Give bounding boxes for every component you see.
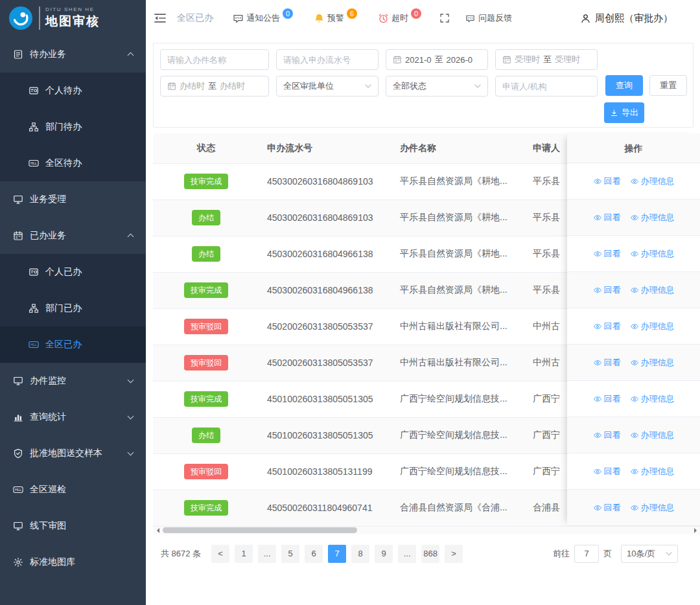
scroll-left-arrow[interactable] xyxy=(153,527,162,534)
page-button-5[interactable]: 5 xyxy=(281,545,299,563)
process-info-link[interactable]: 办理信息 xyxy=(630,284,675,296)
review-link[interactable]: 回看 xyxy=(593,284,621,296)
search-button[interactable]: 查询 xyxy=(605,75,643,96)
sidebar-item-label: 待办业务 xyxy=(30,49,66,60)
sidebar: DITU SHEN HE 地图审核 待办业务个人待办部门待办HLL全区待办业务受… xyxy=(0,0,146,605)
prev-page-button[interactable]: < xyxy=(211,545,229,563)
process-info-link[interactable]: 办理信息 xyxy=(630,502,675,514)
topbar-item-2[interactable]: 超时0 xyxy=(378,12,421,24)
review-link[interactable]: 回看 xyxy=(593,212,621,223)
logo-title: 地图审核 xyxy=(45,13,100,30)
sidebar-item-8[interactable]: HLL全区已办 xyxy=(0,326,146,363)
sidebar-item-label: 全区已办 xyxy=(45,339,82,350)
review-link[interactable]: 回看 xyxy=(593,393,621,405)
applicant-input[interactable] xyxy=(495,76,598,97)
page-button-1[interactable]: 1 xyxy=(235,545,253,563)
review-link[interactable]: 回看 xyxy=(593,502,621,514)
review-link[interactable]: 回看 xyxy=(593,321,621,332)
serial-cell: 450300260316804869103 xyxy=(259,200,392,236)
eye-icon xyxy=(593,322,602,331)
sidebar-item-1[interactable]: 个人待办 xyxy=(0,73,146,109)
finish-date-range[interactable]: 办结时 至 办结时 xyxy=(160,76,269,97)
case-name-input[interactable] xyxy=(160,49,269,70)
sidebar-item-14[interactable]: 标准地图库 xyxy=(0,544,146,580)
page-button-9[interactable]: 9 xyxy=(375,545,393,563)
approval-unit-select[interactable]: 全区审批单位 xyxy=(276,76,379,97)
review-link[interactable]: 回看 xyxy=(593,248,621,260)
process-info-link[interactable]: 办理信息 xyxy=(630,248,675,260)
serial-input[interactable] xyxy=(276,49,379,70)
column-header-status: 状态 xyxy=(153,133,259,163)
serial-cell: 450100260313805051305 xyxy=(259,417,392,453)
sidebar-item-2[interactable]: 部门待办 xyxy=(0,109,146,145)
breadcrumb[interactable]: 全区已办 xyxy=(177,12,213,24)
process-info-link[interactable]: 办理信息 xyxy=(630,429,675,441)
review-link[interactable]: 回看 xyxy=(593,176,621,187)
chevron-down-icon xyxy=(365,84,371,88)
sidebar-item-4[interactable]: 业务受理 xyxy=(0,181,146,218)
status-select[interactable]: 全部状态 xyxy=(386,76,488,97)
reset-button[interactable]: 重置 xyxy=(649,75,687,96)
logo-icon xyxy=(8,6,33,30)
sidebar-item-5[interactable]: 已办业务 xyxy=(0,218,146,254)
page-button-868[interactable]: 868 xyxy=(421,545,439,563)
filter-panel: 2021-0 至 2026-0 受理时 至 受理时 办结时 xyxy=(153,43,694,128)
sidebar-item-11[interactable]: 批准地图送交样本 xyxy=(0,435,146,472)
operation-row: 回看办理信息 xyxy=(567,345,700,381)
range-separator: 至 xyxy=(434,54,443,65)
goto-page-input[interactable] xyxy=(574,545,599,563)
serial-cell: 450200260313805053537 xyxy=(259,308,392,345)
topbar-item-1[interactable]: 预警6 xyxy=(314,12,357,24)
process-info-link[interactable]: 办理信息 xyxy=(630,176,675,187)
review-link[interactable]: 回看 xyxy=(593,466,621,477)
sidebar-item-label: 已办业务 xyxy=(30,230,66,242)
process-info-link[interactable]: 办理信息 xyxy=(630,212,675,223)
svg-text:HLL: HLL xyxy=(15,488,21,492)
operation-row: 回看办理信息 xyxy=(567,490,700,526)
finish-end: 办结时 xyxy=(220,80,245,92)
status-badge: 技审完成 xyxy=(184,282,228,298)
sidebar-item-12[interactable]: HLL全区巡检 xyxy=(0,472,146,508)
page-ellipsis[interactable]: ... xyxy=(258,545,276,563)
page-button-6[interactable]: 6 xyxy=(305,545,323,563)
eye-icon xyxy=(630,213,639,222)
apply-date-range[interactable]: 2021-0 至 2026-0 xyxy=(386,49,488,70)
scroll-right-arrow[interactable] xyxy=(691,527,700,534)
eye-icon xyxy=(593,394,602,404)
operation-row: 回看办理信息 xyxy=(567,381,700,417)
sidebar-item-3[interactable]: HLL全区待办 xyxy=(0,145,146,181)
user-menu[interactable]: 周创熙（审批办） xyxy=(580,12,673,25)
feedback-link[interactable]: 问题反馈 xyxy=(465,12,512,24)
sidebar-item-0[interactable]: 待办业务 xyxy=(0,36,146,73)
eye-icon xyxy=(630,394,639,404)
page-button-7[interactable]: 7 xyxy=(328,545,346,563)
process-info-link[interactable]: 办理信息 xyxy=(630,357,675,369)
next-page-button[interactable]: > xyxy=(445,545,463,563)
eye-icon xyxy=(593,431,602,440)
review-link[interactable]: 回看 xyxy=(593,429,621,441)
count-badge: 0 xyxy=(283,8,293,19)
monitor-icon xyxy=(13,376,23,386)
page-button-8[interactable]: 8 xyxy=(351,545,369,563)
review-link[interactable]: 回看 xyxy=(593,357,621,369)
serial-cell: 450100260313805131199 xyxy=(259,453,392,490)
collapse-sidebar-icon[interactable] xyxy=(154,13,167,23)
page-size-select[interactable]: 10条/页 xyxy=(621,545,678,563)
scrollbar-thumb[interactable] xyxy=(163,527,357,533)
process-info-link[interactable]: 办理信息 xyxy=(630,466,675,477)
accept-date-range[interactable]: 受理时 至 受理时 xyxy=(495,49,598,70)
topbar-item-0[interactable]: 通知公告0 xyxy=(233,12,293,24)
fullscreen-icon[interactable] xyxy=(439,13,450,23)
page-ellipsis[interactable]: ... xyxy=(398,545,416,563)
svg-text:HLL: HLL xyxy=(30,161,37,165)
export-button[interactable]: 导出 xyxy=(604,102,644,123)
process-info-link[interactable]: 办理信息 xyxy=(630,321,675,332)
sidebar-item-10[interactable]: 查询统计 xyxy=(0,399,146,435)
horizontal-scrollbar[interactable] xyxy=(153,527,700,534)
sidebar-item-9[interactable]: 办件监控 xyxy=(0,363,146,399)
sidebar-item-7[interactable]: 部门已办 xyxy=(0,290,146,326)
calendar-icon xyxy=(502,55,511,64)
sidebar-item-6[interactable]: 个人已办 xyxy=(0,254,146,290)
sidebar-item-13[interactable]: 线下审图 xyxy=(0,508,146,544)
process-info-link[interactable]: 办理信息 xyxy=(630,393,675,405)
